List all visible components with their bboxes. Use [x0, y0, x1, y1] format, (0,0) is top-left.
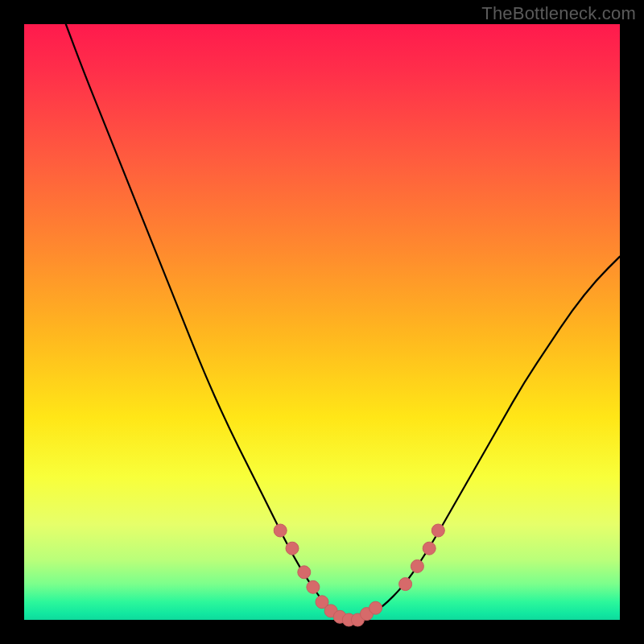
- curve-marker: [399, 578, 412, 591]
- curve-marker: [298, 566, 311, 579]
- curve-marker: [411, 559, 423, 572]
- plot-area: [24, 24, 620, 620]
- bottleneck-curve: [66, 24, 620, 620]
- curve-marker: [307, 580, 320, 593]
- watermark-text: TheBottleneck.com: [481, 3, 636, 24]
- curve-marker: [274, 524, 287, 537]
- curve-marker: [369, 601, 382, 614]
- outer-frame: TheBottleneck.com: [0, 0, 644, 644]
- curve-marker: [431, 524, 444, 537]
- curve-marker: [423, 542, 436, 555]
- marker-group: [274, 524, 444, 626]
- curve-svg: [24, 24, 620, 620]
- curve-marker: [286, 542, 299, 555]
